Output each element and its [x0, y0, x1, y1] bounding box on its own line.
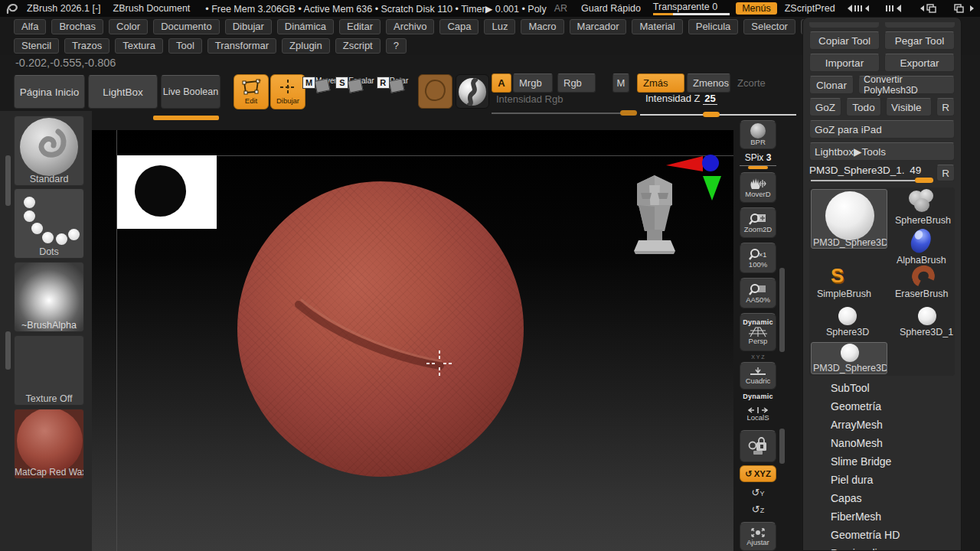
- eraserbrush-icon[interactable]: [909, 262, 938, 291]
- spherebrush-icon-3[interactable]: [914, 198, 929, 212]
- section-arraymesh[interactable]: ArrayMesh: [831, 416, 955, 434]
- lock-camera-button[interactable]: [740, 430, 776, 462]
- bpr-button[interactable]: BPR: [740, 120, 776, 149]
- zsub-button[interactable]: Zmenos: [687, 73, 730, 93]
- menu-transformar[interactable]: Transformar: [207, 38, 276, 54]
- section-subtool[interactable]: SubTool: [831, 379, 955, 397]
- section-capas[interactable]: Capas: [831, 489, 955, 507]
- frame-mesh-button[interactable]: Ajustar: [740, 522, 776, 551]
- dynamic2-label[interactable]: Dynamic: [740, 393, 776, 400]
- export-button[interactable]: Exportar: [884, 54, 955, 72]
- menu-tool[interactable]: Tool: [168, 38, 202, 54]
- section-geometr-a[interactable]: Geometría: [831, 397, 955, 416]
- goz-ipad-button[interactable]: GoZ para iPad: [809, 120, 955, 139]
- rotate-button[interactable]: R Rotar: [384, 77, 414, 85]
- rotate-z-button[interactable]: ↺Z: [740, 504, 776, 515]
- menu-documento[interactable]: Documento: [153, 19, 219, 34]
- draw-button[interactable]: Dibujar: [270, 74, 305, 109]
- selected-tool-thumb-bottom[interactable]: PM3D_Sphere3D: [811, 342, 887, 374]
- axis-gizmo[interactable]: [665, 152, 729, 202]
- a-button[interactable]: A: [492, 73, 511, 93]
- goz-all-button[interactable]: Todo: [846, 98, 881, 116]
- antialias-half-button[interactable]: AA50%: [740, 278, 776, 308]
- section-slime-bridge[interactable]: Slime Bridge: [831, 452, 955, 471]
- menu-pelicula[interactable]: Pelicula: [688, 19, 739, 34]
- goz-visible-button[interactable]: Visible: [886, 98, 932, 116]
- zcut-button[interactable]: Zcorte: [737, 77, 766, 89]
- alpha-selector[interactable]: ~BrushAlpha: [14, 262, 84, 332]
- copy-tool-button[interactable]: Copiar Tool: [809, 31, 880, 50]
- m-button[interactable]: M: [612, 73, 629, 93]
- current-material-preview[interactable]: [456, 74, 489, 109]
- tool-r-button[interactable]: R: [936, 165, 955, 181]
- zoom2d-button[interactable]: Zoom2D: [740, 207, 776, 238]
- menu-capa[interactable]: Capa: [439, 19, 479, 34]
- zscriptpred-button[interactable]: ZScriptPred: [785, 3, 835, 14]
- right-scrollbar-2[interactable]: [779, 429, 785, 464]
- menu-alfa[interactable]: Alfa: [14, 19, 46, 34]
- goz-r-button[interactable]: R: [936, 98, 955, 116]
- stroke-selector[interactable]: Dots: [14, 188, 84, 259]
- floor-axis-letters[interactable]: X Y Z: [740, 354, 776, 360]
- menu-marcador[interactable]: Marcador: [570, 19, 627, 34]
- clone-button[interactable]: Clonar: [809, 76, 854, 94]
- menu-editar[interactable]: Editar: [339, 19, 381, 34]
- brush-selector[interactable]: Standard: [14, 116, 84, 186]
- menu-din-mica[interactable]: Dinámica: [277, 19, 334, 34]
- sphere3d-icon[interactable]: [838, 307, 857, 325]
- z-intensity-handle[interactable]: [703, 112, 720, 117]
- quick-guard-button[interactable]: Guard Rápido: [581, 3, 641, 14]
- section-geometr-a-hd[interactable]: Geometría HD: [831, 526, 955, 544]
- menu-stencil[interactable]: Stencil: [14, 38, 59, 54]
- section-previsualizar[interactable]: Previsualizar: [831, 544, 955, 551]
- divider-left-icon[interactable]: [843, 4, 869, 13]
- menu--[interactable]: ?: [386, 38, 407, 54]
- spix-slider[interactable]: SPix 3: [740, 152, 776, 163]
- make-polymesh3d-button[interactable]: Convertir PolyMesh3D: [858, 76, 955, 94]
- material-selector[interactable]: MatCap Red Wax: [14, 409, 84, 479]
- menu-color[interactable]: Color: [109, 19, 148, 34]
- edit-button[interactable]: Edit: [234, 74, 269, 109]
- rotate-xyz-button[interactable]: ↺XYZ: [740, 465, 776, 482]
- left-scrollbar-2[interactable]: [5, 331, 11, 370]
- menu-dibujar[interactable]: Dibujar: [225, 19, 272, 34]
- menu-selector[interactable]: Selector: [743, 19, 795, 34]
- texture-selector[interactable]: Texture Off: [14, 335, 84, 406]
- section-fibermesh[interactable]: FiberMesh: [831, 507, 955, 526]
- active-tool-handle[interactable]: [915, 178, 933, 183]
- menu-luz[interactable]: Luz: [484, 19, 515, 34]
- menu-archivo[interactable]: Archivo: [386, 19, 434, 34]
- menu-textura[interactable]: Textura: [115, 38, 163, 54]
- menu-zplugin[interactable]: Zplugin: [282, 38, 330, 54]
- document-canvas[interactable]: [92, 130, 733, 551]
- goz-button[interactable]: GoZ: [809, 98, 841, 116]
- actual-size-button[interactable]: ×1 100%: [740, 243, 776, 273]
- menus-button[interactable]: Menús: [736, 2, 777, 15]
- cuadric-floor-button[interactable]: Cuadric: [740, 362, 776, 390]
- divider-right-icon[interactable]: [881, 4, 907, 13]
- panel-collapse-right-icon[interactable]: [953, 3, 975, 14]
- menu-trazos[interactable]: Trazos: [64, 38, 109, 54]
- home-page-button[interactable]: Página Inicio: [14, 75, 85, 109]
- panel-collapse-left-icon[interactable]: [920, 3, 941, 14]
- transparent-track[interactable]: [653, 13, 730, 15]
- current-brush-preview[interactable]: [418, 74, 452, 109]
- import-button[interactable]: Importar: [809, 54, 880, 72]
- spix-handle[interactable]: [748, 166, 768, 169]
- zadd-button[interactable]: Zmás: [637, 73, 684, 93]
- mrgb-button[interactable]: Mrgb: [513, 73, 553, 93]
- sphere3d-1-icon[interactable]: [918, 307, 936, 325]
- dynamic-persp-button[interactable]: Dynamic Persp: [740, 313, 776, 351]
- selected-tool-thumb[interactable]: PM3D_Sphere3D: [811, 189, 887, 249]
- active-tool-slider[interactable]: PM3D_Sphere3D_1. 49 R: [809, 165, 955, 184]
- menu-brochas[interactable]: Brochas: [51, 19, 103, 34]
- moverd-button[interactable]: MoverD: [740, 172, 776, 203]
- rgb-intensity-handle[interactable]: [620, 110, 637, 116]
- lightbox-open-indicator[interactable]: [153, 116, 219, 120]
- menu-macro[interactable]: Macro: [521, 19, 564, 34]
- menu-zscript[interactable]: Zscript: [335, 38, 381, 54]
- menu-material[interactable]: Material: [632, 19, 682, 34]
- transparent-slider[interactable]: Transparente 0: [653, 2, 717, 15]
- lightbox-tools-button[interactable]: Lightbox▶Tools: [809, 142, 955, 161]
- simplebrush-icon[interactable]: S: [831, 264, 844, 288]
